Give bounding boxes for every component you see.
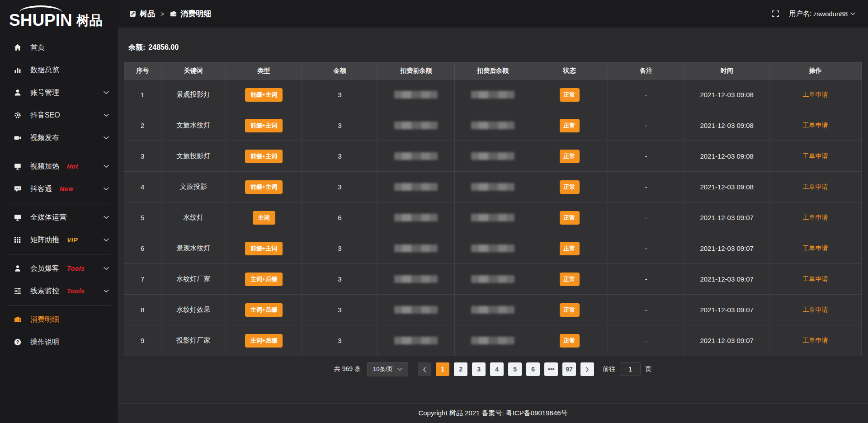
work-order-link[interactable]: 工单申请: [803, 91, 828, 98]
cell-action: 工单申请: [769, 233, 862, 264]
sidebar-item-label: 视频加热: [30, 162, 59, 171]
sidebar-item-label: 矩阵助推: [30, 235, 59, 245]
sidebar-item-video[interactable]: 视频发布: [0, 127, 118, 149]
sidebar-item-label: 会员爆客: [30, 264, 59, 273]
work-order-link[interactable]: 工单申请: [803, 337, 828, 344]
copyright-text: Copyright 树品 2021 备案号: 粤ICP备09019646号: [418, 409, 567, 418]
sidebar-item-monitor[interactable]: 全媒体运营: [0, 206, 118, 229]
status-badge: 正常: [560, 334, 580, 348]
table-row: 6景观水纹灯前缀+主词3正常-2021-12-03 09:07工单申请: [124, 233, 862, 264]
sidebar-item-member[interactable]: 会员爆客Tools: [0, 257, 118, 280]
redacted-balance-after: [471, 275, 514, 283]
page-button-1[interactable]: 1: [436, 362, 449, 376]
cell-time: 2021-12-03 09:07: [684, 264, 769, 295]
page-size-select[interactable]: 10条/页: [367, 362, 408, 376]
page-button-97[interactable]: 97: [562, 362, 576, 376]
cell-action: 工单申请: [769, 80, 862, 110]
chevron-down-icon: [104, 289, 109, 293]
type-badge: 前缀+主词: [245, 150, 283, 163]
chevron-down-icon: [850, 12, 855, 15]
cell-keyword: 水纹灯厂家: [161, 264, 226, 295]
work-order-link[interactable]: 工单申请: [803, 275, 828, 282]
sidebar-item-label: 线索监控: [30, 287, 59, 296]
breadcrumb-page-label: 消费明细: [180, 9, 211, 19]
cell-keyword: 水纹灯: [161, 202, 226, 233]
page-button-6[interactable]: 6: [526, 362, 540, 376]
table-row: 3文旅投影灯前缀+主词3正常-2021-12-03 09:08工单申请: [124, 141, 862, 172]
page-button-5[interactable]: 5: [508, 362, 522, 376]
sidebar-item-chat[interactable]: 抖客通New: [0, 178, 118, 200]
sidebar-item-question[interactable]: ?操作说明: [0, 331, 118, 353]
table-header-row: 序号关键词类型金额扣费前余额扣费后余额状态备注时间操作: [124, 62, 862, 80]
breadcrumb-app[interactable]: 树品: [129, 9, 155, 19]
user-dropdown[interactable]: 用户名: zswodun88: [789, 9, 855, 18]
work-order-link[interactable]: 工单申请: [803, 214, 828, 221]
balance-value: 24856.00: [148, 43, 179, 51]
cell-action: 工单申请: [769, 202, 862, 233]
status-badge: 正常: [560, 119, 580, 132]
sidebar-item-home[interactable]: 首页: [0, 36, 118, 59]
logo-arc-icon: [19, 5, 62, 13]
goto-page-suffix: 页: [645, 365, 651, 373]
cell-type: 主词: [226, 202, 302, 233]
work-order-link[interactable]: 工单申请: [803, 152, 828, 160]
column-header: 状态: [531, 62, 608, 80]
total-count: 共 969 条: [334, 365, 361, 373]
sidebar-item-user[interactable]: 账号管理: [0, 81, 118, 104]
table-row: 7水纹灯厂家主词+后缀3正常-2021-12-03 09:07工单申请: [124, 264, 862, 295]
cell-balance-after: [454, 295, 531, 325]
column-header: 类型: [226, 62, 302, 80]
cell-balance-before: [378, 110, 455, 141]
sidebar-item-grid[interactable]: 矩阵助推VIP: [0, 229, 118, 251]
sidebar-item-chart[interactable]: 数据总览: [0, 59, 118, 81]
type-badge: 主词+后缀: [245, 334, 283, 348]
page-next-button[interactable]: [580, 362, 594, 376]
page-prev-button[interactable]: [418, 362, 431, 376]
work-order-link[interactable]: 工单申请: [803, 244, 828, 252]
cell-status: 正常: [531, 295, 608, 325]
chevron-down-icon: [104, 136, 109, 140]
sidebar-item-gear[interactable]: 抖音SEO: [0, 104, 118, 127]
breadcrumb-page[interactable]: 消费明细: [170, 9, 211, 19]
table-row: 2文旅水纹灯前缀+主词3正常-2021-12-03 09:08工单申请: [124, 110, 862, 141]
status-badge: 正常: [560, 88, 580, 102]
sidebar-item-tag: Hot: [67, 163, 78, 170]
chart-icon: [14, 66, 22, 74]
goto-page-input[interactable]: [620, 362, 641, 376]
work-order-link[interactable]: 工单申请: [803, 122, 828, 129]
page-button-3[interactable]: 3: [472, 362, 486, 376]
cell-amount: 3: [302, 264, 378, 295]
cell-balance-after: [454, 202, 531, 233]
redacted-balance-before: [394, 306, 438, 314]
cell-amount: 3: [302, 295, 378, 325]
work-order-link[interactable]: 工单申请: [803, 183, 828, 190]
fullscreen-icon[interactable]: [772, 10, 779, 18]
sidebar-item-screen[interactable]: 视频加热Hot: [0, 155, 118, 178]
page-button-2[interactable]: 2: [454, 362, 467, 376]
cell-type: 前缀+主词: [226, 172, 302, 202]
status-badge: 正常: [560, 273, 580, 286]
cell-keyword: 文旅水纹灯: [161, 110, 226, 141]
cell-type: 前缀+主词: [226, 141, 302, 172]
cell-status: 正常: [531, 264, 608, 295]
cell-balance-before: [378, 264, 455, 295]
sidebar-item-label: 全媒体运营: [30, 213, 66, 222]
cell-balance-before: [378, 202, 455, 233]
sidebar-menu: 首页数据总览账号管理抖音SEO视频发布视频加热Hot抖客通New全媒体运营矩阵助…: [0, 33, 118, 353]
sidebar-item-sliders[interactable]: 线索监控Tools: [0, 280, 118, 302]
redacted-balance-after: [471, 91, 514, 99]
work-order-link[interactable]: 工单申请: [803, 306, 828, 313]
type-badge: 前缀+主词: [245, 119, 283, 132]
cell-remark: -: [608, 141, 684, 172]
cell-balance-after: [454, 264, 531, 295]
cell-action: 工单申请: [769, 110, 862, 141]
page-ellipsis[interactable]: •••: [544, 362, 558, 376]
cell-time: 2021-12-03 09:07: [684, 325, 769, 356]
page-button-4[interactable]: 4: [490, 362, 504, 376]
breadcrumb: 树品 > 消费明细: [129, 9, 211, 19]
cell-remark: -: [608, 264, 684, 295]
cell-remark: -: [608, 80, 684, 110]
sidebar-item-wallet[interactable]: 消费明细: [0, 308, 118, 331]
cell-action: 工单申请: [769, 172, 862, 202]
app-logo: SHUPIN 树品: [0, 0, 118, 33]
